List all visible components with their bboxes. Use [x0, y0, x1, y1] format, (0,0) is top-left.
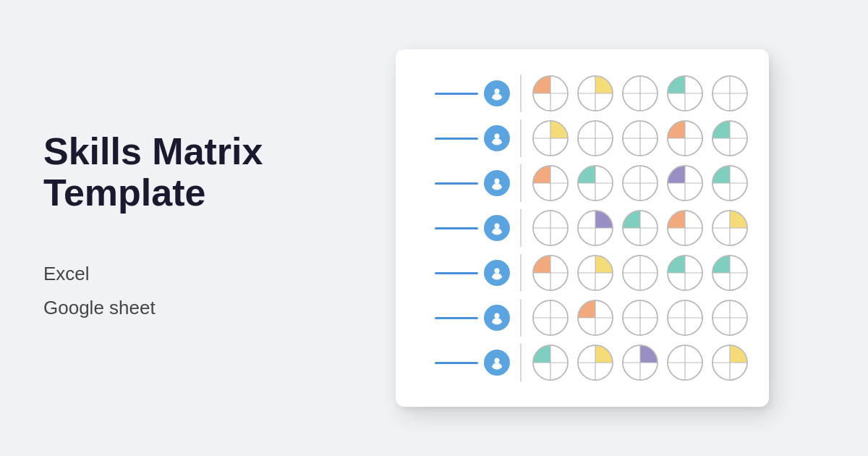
skill-circle: [666, 344, 704, 381]
skill-circle: [576, 164, 614, 202]
skill-circle: [576, 299, 614, 337]
skill-circle: [576, 254, 614, 292]
skill-circle: [666, 299, 704, 337]
skills-row: [532, 254, 749, 292]
column-divider: [520, 254, 522, 292]
matrix-row: [416, 295, 749, 340]
skill-circle: [711, 75, 749, 112]
svg-point-110: [495, 313, 500, 318]
skill-circle: [621, 344, 659, 381]
skill-circle: [576, 209, 614, 247]
column-divider: [520, 164, 522, 202]
name-line: [435, 272, 478, 274]
skill-circle: [666, 164, 704, 202]
skill-circle: [711, 209, 749, 247]
svg-point-67: [493, 230, 501, 235]
skill-circle: [532, 299, 569, 337]
skill-circle: [621, 75, 659, 112]
skill-circle: [711, 299, 749, 337]
column-divider: [520, 344, 522, 381]
avatar: [484, 170, 510, 196]
skill-circle: [711, 164, 749, 202]
avatar: [484, 260, 510, 286]
svg-point-66: [495, 224, 500, 229]
skill-circle: [532, 164, 569, 202]
matrix-row: [416, 340, 749, 385]
avatar: [484, 125, 510, 151]
svg-point-111: [493, 320, 501, 325]
name-line: [435, 182, 478, 185]
skills-row: [532, 119, 749, 157]
skill-circle: [621, 119, 659, 157]
avatar: [484, 215, 510, 241]
column-divider: [520, 209, 522, 247]
svg-point-22: [495, 134, 500, 139]
matrix-row: [416, 116, 749, 161]
avatar: [484, 80, 510, 106]
skill-circle: [621, 164, 659, 202]
avatar: [484, 305, 510, 331]
matrix-row: [416, 250, 749, 295]
name-line: [435, 317, 478, 319]
svg-point-44: [495, 179, 500, 184]
skill-circle: [711, 254, 749, 292]
name-line: [435, 138, 478, 140]
svg-point-0: [495, 89, 500, 94]
matrix-row: [416, 161, 749, 206]
svg-point-23: [493, 140, 501, 145]
avatar: [484, 350, 510, 376]
skill-circle: [532, 75, 569, 112]
matrix-row: [416, 71, 749, 116]
svg-point-1: [493, 96, 501, 101]
skill-circle: [711, 344, 749, 381]
google-sheet-link[interactable]: Google sheet: [43, 291, 268, 325]
skill-circle: [532, 254, 569, 292]
skill-circle: [666, 209, 704, 247]
column-divider: [520, 75, 522, 112]
skill-circle: [576, 119, 614, 157]
skills-row: [532, 209, 749, 247]
svg-point-89: [493, 275, 501, 280]
skill-circle: [532, 119, 569, 157]
skill-circle: [666, 119, 704, 157]
left-panel: Skills MatrixTemplate Excel Google sheet: [0, 88, 311, 368]
skill-circle: [666, 75, 704, 112]
name-line: [435, 93, 478, 95]
format-links: Excel Google sheet: [43, 257, 268, 325]
skills-row: [532, 164, 749, 202]
column-divider: [520, 119, 522, 157]
skill-circle: [666, 254, 704, 292]
skill-circle: [621, 254, 659, 292]
skill-circle: [621, 299, 659, 337]
skill-circle: [532, 344, 569, 381]
svg-point-133: [493, 365, 501, 370]
skill-circle: [711, 119, 749, 157]
name-line: [435, 227, 478, 229]
right-panel: [311, 20, 868, 436]
name-line: [435, 362, 478, 364]
skills-row: [532, 75, 749, 112]
skill-circle: [621, 209, 659, 247]
matrix-row: [416, 206, 749, 250]
column-divider: [520, 299, 522, 337]
svg-point-45: [493, 185, 501, 190]
skills-row: [532, 344, 749, 381]
excel-link[interactable]: Excel: [43, 257, 268, 291]
skill-circle: [576, 75, 614, 112]
skills-row: [532, 299, 749, 337]
svg-point-132: [495, 358, 500, 363]
svg-point-88: [495, 269, 500, 274]
skill-circle: [532, 209, 569, 247]
page-title: Skills MatrixTemplate: [43, 131, 268, 214]
skill-circle: [576, 344, 614, 381]
skills-matrix-card: [396, 49, 769, 407]
